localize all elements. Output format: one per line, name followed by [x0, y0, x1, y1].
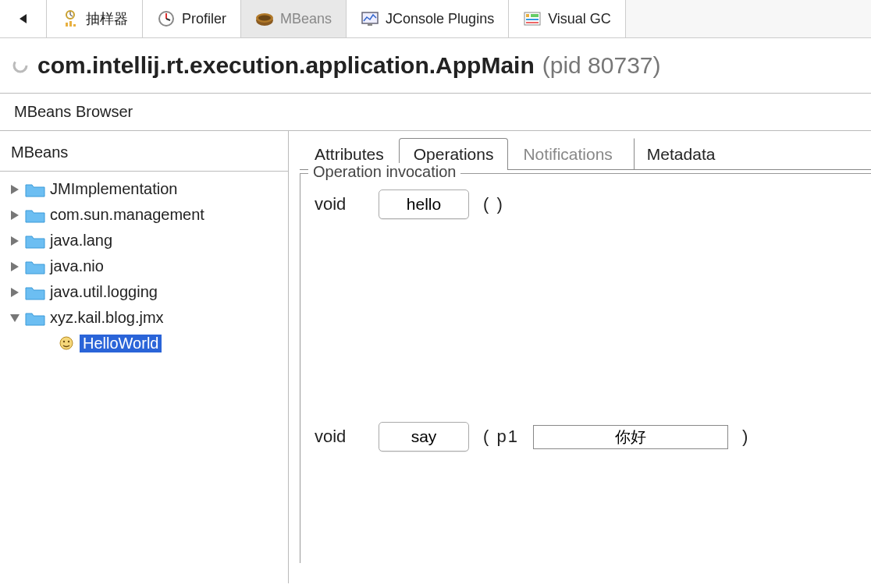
svg-point-29 — [68, 340, 69, 342]
tab-profiler[interactable]: Profiler — [143, 0, 241, 37]
operation-row-say: void say ( p1 ) — [315, 422, 857, 452]
profiler-icon — [157, 9, 176, 28]
mbeans-icon — [255, 9, 274, 28]
svg-rect-17 — [531, 14, 539, 17]
svg-rect-19 — [526, 22, 539, 23]
back-triangle-icon — [17, 12, 30, 25]
tab-mbeans[interactable]: MBeans — [241, 0, 347, 37]
disclosure-right-icon — [9, 287, 20, 298]
app-title-main: com.intellij.rt.execution.application.Ap… — [37, 52, 535, 79]
top-toolbar: 抽样器 Profiler MBeans JConsole Plugins Vis… — [0, 0, 871, 38]
tab-label: JConsole Plugins — [386, 11, 494, 27]
subheader: MBeans Browser — [0, 94, 871, 131]
back-button[interactable] — [0, 0, 47, 37]
svg-point-12 — [258, 16, 271, 21]
loading-icon — [11, 56, 30, 75]
tab-label: 抽样器 — [86, 9, 128, 28]
tab-sampler[interactable]: 抽样器 — [47, 0, 143, 37]
tree-label: HelloWorld — [80, 335, 162, 352]
svg-marker-26 — [10, 314, 20, 322]
disclosure-down-icon — [9, 313, 20, 324]
return-type: void — [315, 194, 364, 214]
svg-marker-23 — [11, 236, 19, 246]
tree-label: java.nio — [50, 257, 104, 275]
tab-label: MBeans — [280, 11, 332, 27]
params-empty: ( ) — [483, 194, 504, 214]
svg-marker-22 — [11, 211, 19, 220]
svg-rect-2 — [66, 23, 68, 27]
jconsole-icon — [361, 9, 379, 28]
folder-icon — [25, 182, 45, 197]
svg-rect-3 — [69, 21, 72, 27]
mbean-icon — [59, 336, 75, 352]
svg-point-27 — [60, 337, 73, 349]
tree-label: xyz.kail.blog.jmx — [50, 309, 164, 327]
folder-icon — [25, 259, 45, 275]
operation-invocation-legend: Operation invocation — [308, 163, 460, 181]
svg-point-28 — [63, 340, 65, 342]
params-open: ( p1 — [483, 427, 519, 447]
app-title-pid: (pid 80737) — [542, 52, 661, 79]
folder-icon — [25, 207, 45, 223]
tree-item-comsun[interactable]: com.sun.management — [6, 202, 282, 228]
toolbar-tabs: 抽样器 Profiler MBeans JConsole Plugins Vis… — [47, 0, 871, 37]
invoke-hello-button[interactable]: hello — [379, 190, 469, 219]
title-bar: com.intellij.rt.execution.application.Ap… — [0, 38, 871, 94]
detail-tab-metadata[interactable]: Metadata — [634, 138, 731, 170]
tab-label: Profiler — [182, 11, 226, 27]
left-pane-header: MBeans — [0, 136, 288, 172]
left-pane: MBeans JMImplementation com.sun.manageme… — [0, 131, 289, 583]
disclosure-right-icon — [9, 236, 20, 246]
tab-jconsole[interactable]: JConsole Plugins — [347, 0, 509, 37]
detail-tab-notifications[interactable]: Notifications — [508, 138, 627, 170]
svg-marker-25 — [11, 288, 19, 297]
return-type: void — [315, 427, 364, 447]
tree-item-jmimplementation[interactable]: JMImplementation — [6, 176, 282, 202]
tree-item-javalang[interactable]: java.lang — [6, 228, 282, 253]
tree-label: JMImplementation — [50, 180, 177, 198]
tree-label: com.sun.management — [50, 206, 204, 224]
tree-label: java.lang — [50, 232, 112, 250]
tab-visualgc[interactable]: Visual GC — [509, 0, 626, 37]
operation-invocation-panel: Operation invocation void hello ( ) void… — [300, 173, 871, 563]
tree-item-javanio[interactable]: java.nio — [6, 253, 282, 279]
disclosure-right-icon — [9, 184, 20, 195]
svg-rect-16 — [526, 14, 529, 17]
mbeans-tree: JMImplementation com.sun.management java… — [0, 172, 288, 361]
svg-rect-14 — [368, 23, 372, 26]
tree-item-xyzkail[interactable]: xyz.kail.blog.jmx — [6, 305, 282, 331]
svg-marker-0 — [20, 14, 27, 23]
sampler-icon — [61, 9, 80, 28]
svg-rect-18 — [526, 19, 539, 20]
folder-icon — [25, 233, 45, 249]
tab-label: Visual GC — [548, 11, 611, 27]
right-pane: Attributes Operations Notifications Meta… — [289, 131, 871, 583]
tree-item-helloworld[interactable]: HelloWorld — [6, 331, 282, 356]
visualgc-icon — [523, 9, 542, 28]
say-param-input[interactable] — [533, 425, 728, 449]
main-area: MBeans JMImplementation com.sun.manageme… — [0, 131, 871, 583]
svg-rect-4 — [73, 24, 76, 27]
svg-point-20 — [14, 59, 27, 72]
operation-row-hello: void hello ( ) — [315, 190, 857, 219]
folder-icon — [25, 285, 45, 300]
invoke-say-button[interactable]: say — [379, 422, 469, 452]
svg-marker-21 — [11, 185, 19, 194]
folder-icon — [25, 310, 45, 326]
disclosure-right-icon — [9, 210, 20, 221]
tree-item-javalogging[interactable]: java.util.logging — [6, 279, 282, 305]
disclosure-right-icon — [9, 261, 20, 272]
svg-marker-24 — [11, 262, 19, 271]
tree-label: java.util.logging — [50, 283, 158, 301]
params-close: ) — [742, 427, 749, 447]
